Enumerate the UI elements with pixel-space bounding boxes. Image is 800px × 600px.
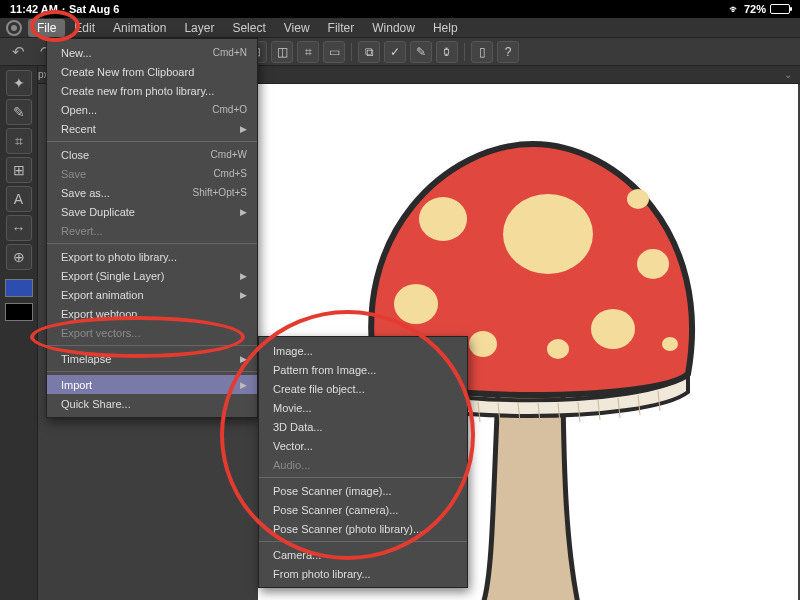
wifi-icon: ᯤ [729,3,740,15]
chevron-right-icon: ▶ [240,207,247,217]
tool-button-3[interactable]: ⊞ [6,157,32,183]
menu-item-label: Export vectors... [61,327,140,339]
menu-shortcut: Cmd+W [211,149,247,160]
file-menu-item-export-animation[interactable]: Export animation▶ [47,285,257,304]
svg-point-21 [627,189,649,209]
menubar-item-help[interactable]: Help [424,19,467,37]
chevron-right-icon: ▶ [240,290,247,300]
tool-palette: ✦✎⌗⊞A↔⊕ [0,66,38,600]
file-menu-item-export-webtoon[interactable]: Export webtoon... [47,304,257,323]
menu-shortcut: Cmd+S [213,168,247,179]
svg-point-22 [662,337,678,351]
file-menu-item-new[interactable]: New...Cmd+N [47,43,257,62]
import-menu-item-audio: Audio... [259,455,467,474]
import-menu-item-movie[interactable]: Movie... [259,398,467,417]
file-menu-item-export-to-photo-library[interactable]: Export to photo library... [47,247,257,266]
menubar-item-animation[interactable]: Animation [104,19,175,37]
menu-item-label: Export webtoon... [61,308,147,320]
menu-item-label: Revert... [61,225,103,237]
menubar-item-window[interactable]: Window [363,19,424,37]
file-menu-item-create-new-from-photo-library[interactable]: Create new from photo library... [47,81,257,100]
file-menu-item-quick-share[interactable]: Quick Share... [47,394,257,413]
tool-button-4[interactable]: A [6,186,32,212]
menu-item-label: Export to photo library... [61,251,177,263]
import-submenu: Image...Pattern from Image...Create file… [258,336,468,588]
toolbar-button-15[interactable]: ? [497,41,519,63]
menu-item-label: Camera... [273,549,321,561]
svg-point-17 [469,331,497,357]
file-menu-item-recent[interactable]: Recent▶ [47,119,257,138]
import-menu-item-from-photo-library[interactable]: From photo library... [259,564,467,583]
background-color-swatch[interactable] [5,303,33,321]
file-menu-item-save-duplicate[interactable]: Save Duplicate▶ [47,202,257,221]
file-menu-item-save-as[interactable]: Save as...Shift+Opt+S [47,183,257,202]
file-menu-item-timelapse[interactable]: Timelapse▶ [47,349,257,368]
menu-item-label: Pose Scanner (camera)... [273,504,398,516]
menubar-item-select[interactable]: Select [223,19,274,37]
menu-item-label: Open... [61,104,97,116]
tool-button-0[interactable]: ✦ [6,70,32,96]
menu-item-label: Timelapse [61,353,111,365]
menu-item-label: Movie... [273,402,312,414]
toolbar-button-7[interactable]: ◫ [271,41,293,63]
status-date: Sat Aug 6 [69,3,119,15]
file-menu-item-import[interactable]: Import▶ [47,375,257,394]
import-menu-item-pose-scanner-camera[interactable]: Pose Scanner (camera)... [259,500,467,519]
menu-item-label: Close [61,149,89,161]
chevron-right-icon: ▶ [240,124,247,134]
menu-shortcut: Cmd+N [213,47,247,58]
menu-item-label: New... [61,47,92,59]
import-menu-item-create-file-object[interactable]: Create file object... [259,379,467,398]
file-menu-item-close[interactable]: CloseCmd+W [47,145,257,164]
menu-item-label: Pose Scanner (photo library)... [273,523,422,535]
undo-button[interactable]: ↶ [6,41,30,63]
toolbar-button-9[interactable]: ▭ [323,41,345,63]
menubar-item-file[interactable]: File [28,19,65,37]
toolbar-button-10[interactable]: ⧉ [358,41,380,63]
menu-item-label: Quick Share... [61,398,131,410]
import-menu-item-3d-data[interactable]: 3D Data... [259,417,467,436]
toolbar-button-8[interactable]: ⌗ [297,41,319,63]
chevron-down-icon[interactable]: ⌄ [784,69,792,80]
tool-button-6[interactable]: ⊕ [6,244,32,270]
svg-point-16 [394,284,438,324]
import-menu-item-pose-scanner-photo-library[interactable]: Pose Scanner (photo library)... [259,519,467,538]
menubar-item-view[interactable]: View [275,19,319,37]
toolbar-button-13[interactable]: ⧮ [436,41,458,63]
file-menu-item-export-single-layer[interactable]: Export (Single Layer)▶ [47,266,257,285]
menu-item-label: Save [61,168,86,180]
menu-item-label: Audio... [273,459,310,471]
import-menu-item-image[interactable]: Image... [259,341,467,360]
import-menu-item-vector[interactable]: Vector... [259,436,467,455]
toolbar-button-12[interactable]: ✎ [410,41,432,63]
menu-item-label: Import [61,379,92,391]
file-menu-item-export-vectors: Export vectors... [47,323,257,342]
file-menu-item-create-new-from-clipboard[interactable]: Create New from Clipboard [47,62,257,81]
tool-button-2[interactable]: ⌗ [6,128,32,154]
import-menu-item-pose-scanner-image[interactable]: Pose Scanner (image)... [259,481,467,500]
menu-shortcut: Shift+Opt+S [193,187,247,198]
tool-button-1[interactable]: ✎ [6,99,32,125]
file-menu: New...Cmd+NCreate New from ClipboardCrea… [46,38,258,418]
menu-item-label: Create new from photo library... [61,85,214,97]
svg-point-14 [503,194,593,274]
file-menu-item-save: SaveCmd+S [47,164,257,183]
toolbar-button-14[interactable]: ▯ [471,41,493,63]
menubar-item-layer[interactable]: Layer [175,19,223,37]
import-menu-item-camera[interactable]: Camera... [259,545,467,564]
menu-item-label: Pose Scanner (image)... [273,485,392,497]
app-logo-icon[interactable] [6,20,22,36]
foreground-color-swatch[interactable] [5,279,33,297]
menubar-item-filter[interactable]: Filter [319,19,364,37]
menubar-item-edit[interactable]: Edit [65,19,104,37]
menu-item-label: Recent [61,123,96,135]
menu-item-label: Pattern from Image... [273,364,376,376]
menu-item-label: Export (Single Layer) [61,270,164,282]
import-menu-item-pattern-from-image[interactable]: Pattern from Image... [259,360,467,379]
toolbar-button-11[interactable]: ✓ [384,41,406,63]
menubar: FileEditAnimationLayerSelectViewFilterWi… [0,18,800,38]
tool-button-5[interactable]: ↔ [6,215,32,241]
menu-item-label: Image... [273,345,313,357]
menu-item-label: Save Duplicate [61,206,135,218]
file-menu-item-open[interactable]: Open...Cmd+O [47,100,257,119]
